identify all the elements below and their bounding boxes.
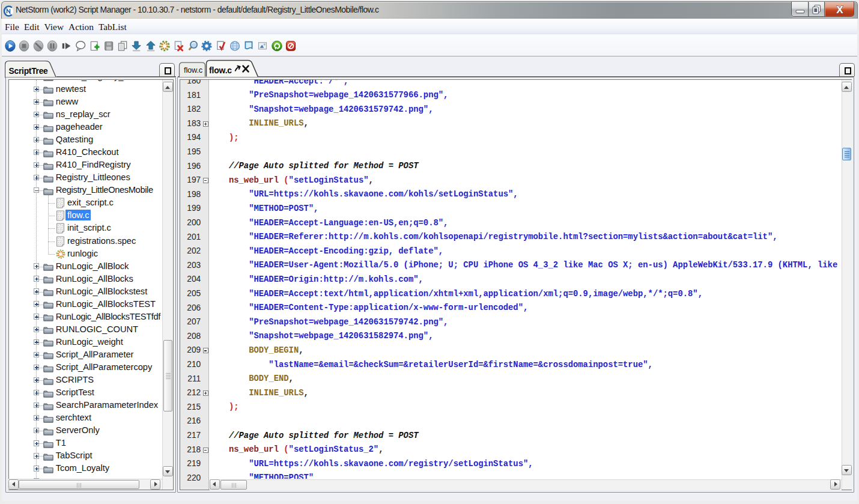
svg-text:X: X (836, 4, 843, 16)
svg-text:flow.c: flow.c (209, 65, 232, 75)
svg-text:flow.c: flow.c (184, 65, 203, 74)
svg-text:ScriptTree: ScriptTree (9, 66, 49, 76)
